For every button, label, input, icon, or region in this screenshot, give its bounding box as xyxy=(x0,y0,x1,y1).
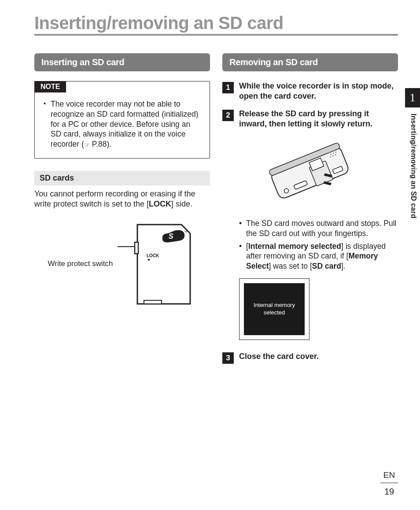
section-header-removing: Removing an SD card xyxy=(222,53,398,71)
b2f: SD card xyxy=(312,262,341,270)
sd-caption: Write protect switch xyxy=(48,259,113,268)
note-label: NOTE xyxy=(34,81,66,92)
sd-card-figure: Write protect switch S ™ LOCK xyxy=(34,220,210,308)
sd-cards-text: You cannot perform recording or erasing … xyxy=(34,189,210,210)
right-column: Removing an SD card 1 While the voice re… xyxy=(222,53,398,372)
sd-card-illustration: S ™ LOCK xyxy=(118,220,197,308)
chapter-side-label: Inserting/removing an SD card xyxy=(409,114,417,218)
lcd-screen-box: Internal memory selected xyxy=(239,278,309,340)
bullet-internal-memory: [Internal memory selected] is displayed … xyxy=(238,241,398,271)
bullet-sd-moves: The SD card moves outward and stops. Pul… xyxy=(238,218,398,239)
footer-language: EN xyxy=(380,470,398,483)
chapter-tab: 1 xyxy=(405,88,420,107)
sub-header-sdcards: SD cards xyxy=(34,171,210,185)
note-box: NOTE The voice recorder may not be able … xyxy=(34,81,210,159)
step-3-text: Close the card cover. xyxy=(239,351,319,364)
left-column: Inserting an SD card NOTE The voice reco… xyxy=(34,53,210,372)
footer-page-number: 19 xyxy=(380,487,398,497)
footer-rule xyxy=(380,483,398,483)
lcd-screen: Internal memory selected xyxy=(244,283,305,335)
svg-rect-1 xyxy=(135,242,138,254)
screen-line-2: selected xyxy=(264,309,285,316)
b2b: Internal memory selected xyxy=(248,242,341,251)
step-2: 2 Release the SD card by pressing it inw… xyxy=(222,109,398,129)
note-bullet: The voice recorder may not be able to re… xyxy=(43,99,202,149)
page-footer: EN 19 xyxy=(380,470,398,497)
step-number-1: 1 xyxy=(222,82,234,93)
svg-rect-4 xyxy=(144,300,162,304)
step-1: 1 While the voice recorder is in stop mo… xyxy=(222,81,398,101)
note-text-after: P.88). xyxy=(90,140,111,148)
step-3: 3 Close the card cover. xyxy=(222,351,398,364)
b2e: ] was set to [ xyxy=(269,262,312,270)
step-2-bullets: The SD card moves outward and stops. Pul… xyxy=(238,218,398,271)
step-2-text: Release the SD card by pressing it inwar… xyxy=(239,109,398,129)
section-header-inserting: Inserting an SD card xyxy=(34,53,210,71)
svg-text:™: ™ xyxy=(184,230,188,234)
sd-lock-word: LOCK xyxy=(149,200,171,208)
reference-icon: ☞ xyxy=(84,140,90,149)
note-text: The voice recorder may not be able to re… xyxy=(51,100,199,148)
b2g: ]. xyxy=(341,262,346,270)
step-number-3: 3 xyxy=(222,352,234,364)
screen-line-1: Internal memory xyxy=(254,302,295,308)
device-illustration xyxy=(222,137,398,211)
title-rule xyxy=(34,34,398,36)
sd-text-2: ] side. xyxy=(171,200,192,208)
step-1-text: While the voice recorder is in stop mode… xyxy=(239,81,398,101)
svg-text:S: S xyxy=(169,233,173,240)
lock-label: LOCK xyxy=(147,253,159,258)
step-number-2: 2 xyxy=(222,110,234,121)
page-title: Inserting/removing an SD card xyxy=(34,13,398,33)
